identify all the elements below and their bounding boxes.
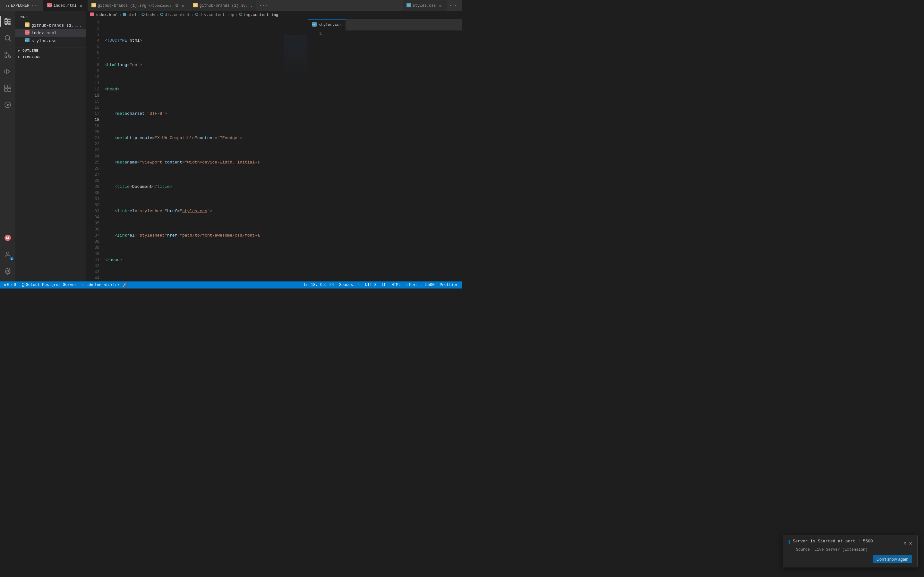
svg-rect-18 (5, 89, 7, 91)
status-terminal-label: tabnine starter 🚀 (86, 283, 127, 287)
status-language[interactable]: HTML (390, 283, 402, 287)
status-errors[interactable]: ✕ 0 ⚠ 0 (3, 283, 17, 287)
editor-area: index.html › html › body › div.content ›… (86, 11, 462, 282)
outline-header[interactable]: OUTLINE (15, 47, 86, 54)
activity-source-control[interactable] (0, 47, 15, 63)
breadcrumb-html[interactable]: html (128, 13, 137, 17)
tab-styles-css-right[interactable]: CSS styles.css (309, 19, 346, 31)
editor-right-styles-css: CSS styles.css 1 (308, 19, 462, 282)
activity-mlh[interactable]: M (0, 230, 15, 245)
sidebar-item-github-brands[interactable]: SVG github-brands (1.... (15, 21, 86, 29)
svg-text:SVG: SVG (25, 24, 28, 26)
status-encoding[interactable]: UTF-8 (364, 283, 378, 287)
tab-overflow-more[interactable]: ··· (256, 3, 271, 9)
status-line-ending[interactable]: LF (381, 283, 388, 287)
activity-bar: M 1 (0, 11, 15, 282)
tab-styles-css[interactable]: CSS styles.css ✕ (403, 0, 447, 11)
activity-search[interactable] (0, 31, 15, 46)
breadcrumb: index.html › html › body › div.content ›… (86, 11, 462, 19)
breadcrumb-html-icon (90, 13, 94, 18)
tab-more-button[interactable]: ··· (31, 3, 39, 8)
svg-point-12 (9, 56, 11, 58)
svg-line-10 (9, 39, 11, 41)
warning-count: 0 (14, 283, 16, 287)
activity-explorer[interactable] (0, 14, 15, 29)
html-file-icon-sidebar: </> (25, 30, 29, 36)
css-code-line-1 (327, 43, 462, 49)
activity-run-debug[interactable] (0, 64, 15, 79)
editor-content: 1 2 3 4 5 6 7 8 9 10 11 12 13 15 16 17 1 (86, 19, 462, 282)
breadcrumb-img[interactable]: img.content-img (244, 13, 278, 17)
status-position-label: Ln 18, Col 24 (304, 283, 334, 287)
tab-styles-css-right-label: styles.css (318, 23, 342, 27)
svg-text:CSS: CSS (407, 5, 410, 6)
status-position[interactable]: Ln 18, Col 24 (302, 283, 335, 287)
svg-point-34 (142, 13, 144, 16)
tab-github-svg-2[interactable]: SVG github-brands (1).sv... (189, 0, 257, 11)
editor-right-tabs: CSS styles.css (309, 19, 462, 31)
svg-point-13 (5, 56, 7, 58)
css-line-numbers: 1 (309, 31, 325, 282)
tab-explorer[interactable]: ◻ EXPLORER ··· (3, 0, 43, 11)
right-tab-more[interactable]: ··· (447, 3, 459, 8)
timeline-header[interactable]: TIMELINE (15, 54, 86, 60)
activity-settings[interactable] (0, 263, 15, 279)
timeline-collapse-arrow (18, 56, 20, 58)
svg-point-37 (239, 13, 242, 16)
code-line-11: <body> (105, 281, 282, 282)
css-file-icon-sidebar: CSS (25, 38, 29, 44)
tab-github-svg-1-close[interactable]: ✕ (180, 3, 186, 8)
code-line-1: <!DOCTYPE html> (105, 37, 282, 44)
tab-github-svg-1[interactable]: SVG github-brands (1).svg ~/Downloads ⧉ … (87, 0, 189, 11)
database-icon: 🗄 (21, 283, 25, 287)
svg-text:SVG: SVG (194, 4, 197, 6)
sidebar: MLH SVG github-brands (1.... </> index.h… (15, 11, 86, 282)
breadcrumb-div-content-icon (160, 13, 163, 17)
svg-rect-19 (8, 89, 11, 91)
status-branch[interactable]: 🗄 Select Postgres Server (20, 283, 78, 287)
status-bar-right: Ln 18, Col 24 Spaces: 4 UTF-8 LF HTML ⚡ … (302, 283, 459, 287)
svg-text:</>: </> (48, 5, 52, 7)
minimap[interactable] (282, 19, 308, 282)
warning-icon: ⚠ (10, 283, 13, 287)
breadcrumb-body[interactable]: body (146, 13, 155, 17)
svg-rect-17 (8, 85, 11, 88)
error-icon: ✕ (4, 283, 6, 287)
tab-github-svg-1-path: ~/Downloads (148, 4, 172, 8)
outline-label: OUTLINE (23, 49, 39, 53)
status-prettier[interactable]: Prettier (438, 283, 459, 287)
breadcrumb-img-icon (239, 13, 242, 17)
svg-file-icon-2: SVG (193, 3, 198, 9)
activity-extensions[interactable] (0, 81, 15, 96)
css-code-lines[interactable] (325, 31, 462, 282)
code-pane-main[interactable]: 1 2 3 4 5 6 7 8 9 10 11 12 13 15 16 17 1 (86, 19, 308, 282)
sidebar-github-brands-label: github-brands (1.... (31, 23, 81, 28)
tab-index-html[interactable]: </> index.html ✕ (43, 0, 87, 11)
breadcrumb-div-content-top[interactable]: div.content-top (200, 13, 234, 17)
breadcrumb-div-content[interactable]: div.content (165, 13, 190, 17)
svg-marker-14 (6, 69, 10, 74)
tab-index-html-close[interactable]: ✕ (79, 3, 84, 8)
svg-point-11 (5, 52, 7, 54)
css-file-icon: CSS (407, 3, 411, 9)
status-bar: ✕ 0 ⚠ 0 🗄 Select Postgres Server ⚡ tabni… (0, 282, 462, 288)
status-terminal[interactable]: ⚡ tabnine starter 🚀 (81, 283, 128, 287)
sidebar-index-html-label: index.html (31, 31, 57, 35)
code-lines[interactable]: <!DOCTYPE html> <html lang="en"> <head> … (102, 19, 282, 282)
breadcrumb-div-content-top-icon (195, 13, 198, 17)
tab-styles-css-label: styles.css (413, 3, 436, 8)
svg-text:CSS: CSS (25, 39, 28, 41)
error-count: 0 (7, 283, 9, 287)
sidebar-item-styles-css[interactable]: CSS styles.css (15, 37, 86, 45)
sidebar-item-index-html[interactable]: </> index.html (15, 29, 86, 37)
tab-split-icon[interactable]: ⧉ (176, 3, 178, 8)
tab-styles-css-close[interactable]: ✕ (438, 3, 443, 8)
css-editor-body[interactable]: 1 (309, 31, 462, 282)
status-port[interactable]: ⚡ Port : 5500 (405, 283, 436, 287)
activity-remote[interactable] (0, 97, 15, 113)
activity-account[interactable]: 1 (0, 247, 15, 262)
status-spaces[interactable]: Spaces: 4 (338, 283, 361, 287)
breadcrumb-index-html[interactable]: index.html (95, 13, 118, 17)
status-bar-left: ✕ 0 ⚠ 0 🗄 Select Postgres Server ⚡ tabni… (3, 283, 128, 287)
main-layout: M 1 MLH SVG github-brands (1.... </> (0, 11, 462, 282)
